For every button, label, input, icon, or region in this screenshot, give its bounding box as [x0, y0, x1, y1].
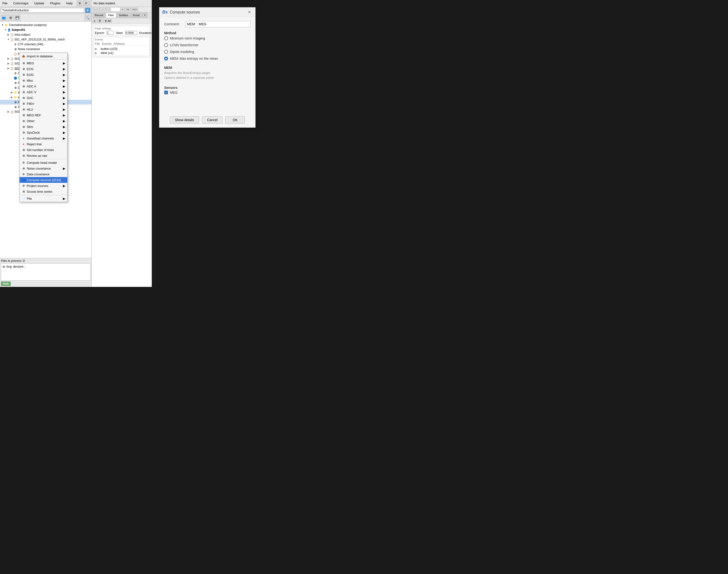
show-details-button[interactable]: Show details: [170, 116, 199, 124]
tree-intra-subject[interactable]: ▶ 📋 Intra-subject: [0, 32, 91, 37]
nav-next2[interactable]: >>: [125, 7, 131, 11]
event-row-1[interactable]: ▶ blink (x1): [95, 51, 148, 55]
s01-label: S01_AEF_20131218_01_600Hz_notch: [14, 37, 65, 42]
dialog-close-button[interactable]: ✕: [246, 9, 253, 15]
s01-03-icon: 📋: [10, 110, 14, 114]
col-file: File: [95, 42, 100, 45]
files-area: ⊞ Avg: deviant...: [1, 263, 90, 281]
ctx-import-db[interactable]: 📥 Import in database: [20, 53, 67, 59]
ctx-adc-a[interactable]: ⊞ ADC A ▶: [20, 83, 67, 89]
nav-last[interactable]: >>>: [131, 7, 138, 11]
files-item[interactable]: ⊞ Avg: deviant...: [2, 264, 90, 269]
ctx-head-model[interactable]: ⚙ Compute head model: [20, 160, 67, 165]
ctx-sysclock[interactable]: ⊞ SysClock ▶: [20, 130, 67, 135]
ctf-label: CTF channels (340): [18, 42, 43, 46]
ctx-file[interactable]: 📄 File ▶: [20, 196, 67, 201]
headmodel-icon: ⚙: [22, 160, 26, 165]
ctx-ecg[interactable]: ⊞ ECG ▶: [20, 66, 67, 72]
ctx-compute-sources[interactable]: 🔵 Compute sources [2018]: [20, 177, 67, 183]
cancel-button[interactable]: Cancel: [202, 116, 223, 124]
sensor-meg-row[interactable]: ✓ MEG: [164, 90, 251, 95]
menu-plugins[interactable]: Plugins: [49, 1, 62, 5]
s01-01b-icon: 📋: [10, 66, 14, 71]
tab-add[interactable]: +: [142, 13, 147, 17]
nav-value-input[interactable]: 91.7: [111, 7, 120, 11]
epoch-input[interactable]: [107, 31, 114, 35]
ctx-hlu[interactable]: ⊞ HLU ▶: [20, 107, 67, 112]
settrials-icon: ⊞: [22, 148, 26, 152]
nav-first[interactable]: <<<: [92, 7, 100, 11]
nav-prev2[interactable]: <<: [100, 7, 106, 11]
ctx-other[interactable]: ⊞ Other ▶: [20, 118, 67, 124]
ctx-eog[interactable]: ⊞ EOG ▶: [20, 72, 67, 78]
tree-noise-cov[interactable]: ⊞ Noise covariance: [0, 47, 91, 51]
main-app-window: File Colormaps Update Plugins Help ⊞ ⊟ ✕…: [0, 0, 91, 287]
filter-lines-btn[interactable]: ≡: [92, 19, 97, 23]
ctx-adc-v[interactable]: ⊞ ADC V ▶: [20, 89, 67, 95]
start-input[interactable]: [125, 31, 138, 35]
ctx-import-label: Import in database: [27, 54, 53, 58]
tree-ctf-channels[interactable]: ⚙ CTF channels (340): [0, 42, 91, 47]
conditions-button[interactable]: ⊞: [8, 15, 13, 21]
title-input[interactable]: [1, 8, 84, 12]
all-filter-btn[interactable]: ▼ All: [103, 19, 112, 23]
ctx-meg-ref[interactable]: ⊞ MEG REF ▶: [20, 112, 67, 118]
method-dipole[interactable]: Dipole modeling: [164, 48, 251, 55]
tab-surface[interactable]: Surface: [117, 13, 130, 17]
tree-s01-aef-01[interactable]: ▼ 📋 S01_AEF_20131218_01_600Hz_notch: [0, 37, 91, 42]
ctx-dac[interactable]: ⊞ DAC ▶: [20, 95, 67, 101]
ctx-stim[interactable]: ⊞ Stim ▶: [20, 124, 67, 130]
ctx-eog-label: EOG: [27, 73, 34, 77]
search-button[interactable]: 🔍: [85, 15, 90, 21]
subject01-icon: 👤: [7, 28, 11, 32]
tree-subject01[interactable]: ▼ 👤 Subject01: [0, 28, 91, 32]
ctx-noise-cov[interactable]: ⊞ Noise covariance ▶: [20, 165, 67, 171]
menu-file[interactable]: File: [1, 1, 9, 5]
ctx-data-cov[interactable]: ⚙ Data covariance: [20, 171, 67, 177]
nav-prev[interactable]: <: [106, 7, 110, 11]
ctx-meg[interactable]: ⊞ MEG ▶: [20, 60, 67, 66]
subjects-button[interactable]: 👥: [1, 15, 7, 21]
tab-record[interactable]: Record: [92, 13, 105, 17]
ctx-project-sources[interactable]: ⚙ Project sources ▶: [20, 183, 67, 189]
viewer-toolbar2: ≡ ⚙ ▼ All: [91, 18, 152, 24]
context-menu: 📥 Import in database ⊞ MEG ▶ ⊞ ECG ▶ ⊞ E…: [19, 52, 68, 202]
settings-btn[interactable]: ⚙: [98, 19, 102, 23]
comment-input[interactable]: [185, 21, 251, 27]
method-lcmv-label: LCMV beamformer: [170, 43, 198, 47]
nav-next[interactable]: >: [121, 7, 125, 11]
ctx-projectsrc-label: Project sources: [27, 184, 48, 188]
method-lcmv[interactable]: LCMV beamformer: [164, 42, 251, 48]
tree-root[interactable]: ▼ 📁 TutorialIntroduction (subjects): [0, 23, 91, 28]
tab-scout[interactable]: Scout: [131, 13, 142, 17]
radio-dipole: [164, 50, 168, 54]
icon-grid[interactable]: ⊞: [77, 1, 82, 6]
tab-filter[interactable]: Filter: [106, 13, 116, 17]
method-mem[interactable]: MEM: Max entropy on the mean: [164, 55, 251, 62]
toolbar: 👥 ⊞ 💾 🔍: [0, 14, 91, 22]
title-arrow-button[interactable]: ▼: [85, 8, 90, 13]
ctx-fiterr[interactable]: ⊞ FitErr ▶: [20, 101, 67, 107]
event-row-0[interactable]: ▶ button (x23): [95, 47, 148, 51]
ctx-scouts-time[interactable]: ⊞ Scouts time series: [20, 189, 67, 194]
ctx-set-trials[interactable]: ⊞ Set number of trials: [20, 147, 67, 153]
sensors-section: Sensors ✓ MEG: [164, 85, 251, 95]
menu-update[interactable]: Update: [33, 1, 46, 5]
s01-arrow: ▼: [7, 37, 10, 42]
mem-title: MEM: [164, 66, 251, 70]
event-label-1: blink (x1): [101, 51, 148, 55]
menu-help[interactable]: Help: [65, 1, 74, 5]
icon-layout[interactable]: ⊟: [83, 1, 88, 6]
ctx-misc[interactable]: ⊞ Misc ▶: [20, 78, 67, 83]
checkbox-meg[interactable]: ✓: [164, 90, 168, 94]
ctx-review-raw[interactable]: ⊞ Review as raw: [20, 153, 67, 159]
datacov2-icon: ⚙: [22, 172, 26, 176]
ctx-good-bad[interactable]: ● Good/bad channels ▶: [20, 135, 67, 141]
method-min-norm[interactable]: Minimum norm imaging: [164, 35, 251, 42]
export-button[interactable]: 💾: [14, 15, 20, 21]
menu-colormaps[interactable]: Colormaps: [12, 1, 30, 5]
run-button[interactable]: RUN: [1, 282, 11, 286]
ctx-reject-trial[interactable]: ● Reject trial: [20, 141, 67, 147]
method-min-norm-label: Minimum norm imaging: [170, 36, 205, 40]
ok-button[interactable]: OK: [225, 116, 245, 124]
